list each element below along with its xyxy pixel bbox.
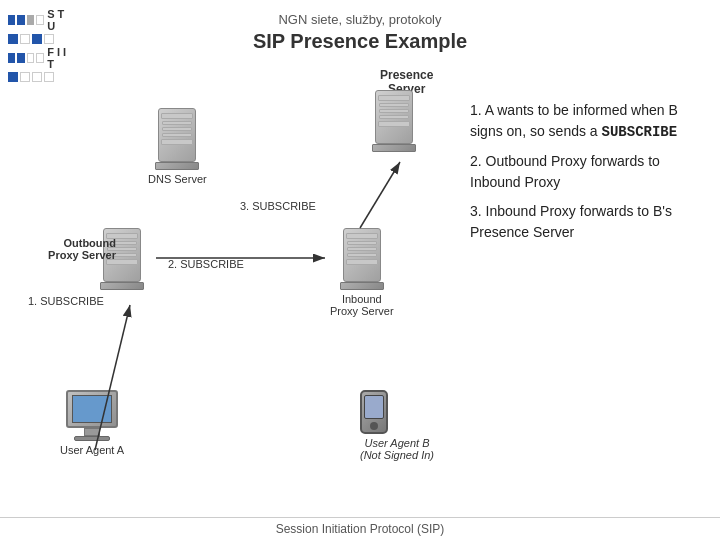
footer: Session Initiation Protocol (SIP): [0, 517, 720, 536]
page-title: SIP Presence Example: [0, 30, 720, 53]
user-agent-b: User Agent B(Not Signed In): [360, 390, 434, 461]
explanation-panel: 1. A wants to be informed when B signs o…: [470, 100, 700, 251]
inbound-proxy-server: InboundProxy Server: [330, 228, 394, 317]
svg-line-3: [360, 162, 400, 228]
subscribe-label-2: 2. SUBSCRIBE: [168, 258, 244, 270]
subscribe-label-1: 1. SUBSCRIBE: [28, 295, 104, 307]
presence-server: [372, 90, 416, 152]
outbound-proxy-label: OutboundProxy Server: [28, 237, 116, 261]
subscribe-label-3: 3. SUBSCRIBE: [240, 200, 316, 212]
dns-server: DNS Server: [148, 108, 207, 185]
user-agent-a: User Agent A: [60, 390, 124, 456]
subtitle: NGN siete, služby, protokoly: [0, 12, 720, 27]
